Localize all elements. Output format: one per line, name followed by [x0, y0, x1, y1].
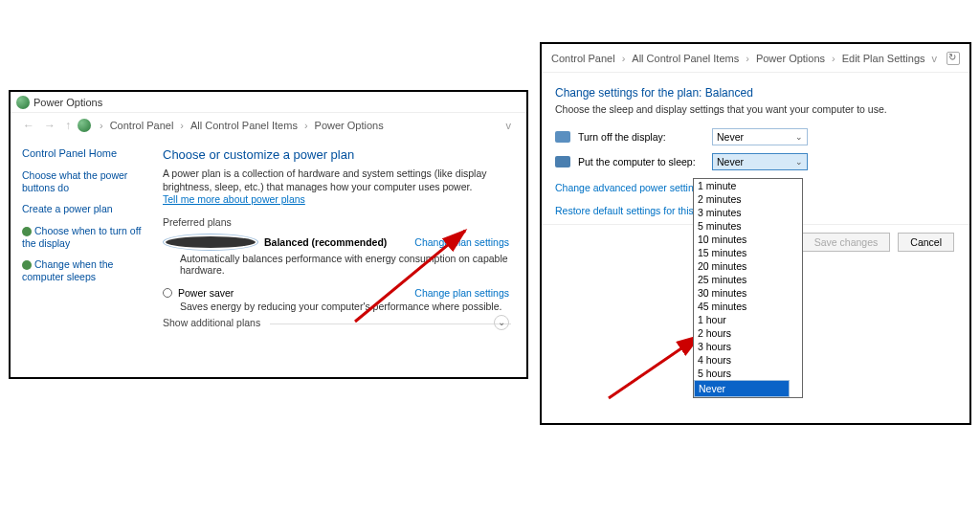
- chevron-down-icon[interactable]: v: [932, 53, 938, 64]
- display-row: Turn off the display: Never ⌄: [555, 128, 956, 145]
- opt-1h[interactable]: 1 hour: [694, 313, 802, 326]
- nav-back-icon[interactable]: ←: [20, 119, 37, 132]
- opt-20m[interactable]: 20 minutes: [694, 259, 802, 273]
- cp-icon: [78, 119, 91, 132]
- change-plan-link-balanced[interactable]: Change plan settings: [414, 236, 511, 248]
- power-options-icon: [16, 96, 30, 109]
- sidebar-turnoff[interactable]: Choose when to turn off the display: [22, 225, 153, 249]
- sleep-select[interactable]: Never ⌄: [712, 153, 808, 170]
- breadcrumb: Control Panel› All Control Panel Items› …: [542, 44, 969, 73]
- window-title: Power Options: [33, 97, 102, 108]
- radio-balanced[interactable]: [163, 234, 258, 251]
- dropdown-icon: ⌄: [793, 156, 805, 167]
- display-label: Turn off the display:: [578, 131, 712, 143]
- breadcrumb: ← → ↑ › Control Panel › All Control Pane…: [11, 113, 526, 138]
- monitor-icon: [555, 131, 570, 143]
- opt-30m[interactable]: 30 minutes: [694, 286, 802, 300]
- plan-balanced[interactable]: Balanced (recommended) Change plan setti…: [163, 234, 511, 276]
- opt-4h[interactable]: 4 hours: [694, 353, 802, 367]
- opt-never[interactable]: Never: [694, 380, 790, 397]
- sleep-row: Put the computer to sleep: Never ⌄: [555, 153, 956, 170]
- crumb-all[interactable]: All Control Panel Items: [632, 53, 739, 64]
- plan-saver[interactable]: Power saver Change plan settings Saves e…: [163, 287, 511, 312]
- main-content: Choose or customize a power plan A power…: [159, 138, 526, 334]
- opt-5m[interactable]: 5 minutes: [694, 219, 802, 233]
- opt-2h[interactable]: 2 hours: [694, 326, 802, 340]
- opt-25m[interactable]: 25 minutes: [694, 273, 802, 286]
- sidebar-create[interactable]: Create a power plan: [22, 203, 153, 215]
- dropdown-icon: ⌄: [793, 131, 805, 143]
- opt-45m[interactable]: 45 minutes: [694, 300, 802, 313]
- save-button[interactable]: Save changes: [802, 233, 891, 252]
- edit-plan-window: Control Panel› All Control Panel Items› …: [540, 42, 971, 425]
- additional-plans-label[interactable]: Show additional plans: [163, 317, 270, 328]
- plan-desc: Saves energy by reducing your computer's…: [180, 301, 511, 312]
- opt-10m[interactable]: 10 minutes: [694, 233, 802, 246]
- sidebar-buttons[interactable]: Choose what the power buttons do: [22, 169, 153, 193]
- display-icon: [22, 227, 32, 236]
- sep-icon: ›: [100, 120, 103, 131]
- opt-2m[interactable]: 2 minutes: [694, 192, 802, 206]
- crumb-po[interactable]: Power Options: [315, 120, 384, 131]
- power-options-window: Power Options ← → ↑ › Control Panel › Al…: [9, 90, 528, 379]
- page-desc: A power plan is a collection of hardware…: [163, 167, 488, 207]
- opt-5h[interactable]: 5 hours: [694, 367, 802, 380]
- sidebar: Control Panel Home Choose what the power…: [11, 138, 159, 334]
- titlebar: Power Options: [11, 92, 526, 113]
- sleep-label: Put the computer to sleep:: [578, 156, 712, 167]
- sidebar-sleep[interactable]: Change when the computer sleeps: [22, 258, 153, 282]
- plan-desc: Automatically balances performance with …: [180, 253, 511, 276]
- additional-plans-divider: Show additional plans ⌄: [163, 323, 511, 324]
- sidebar-home[interactable]: Control Panel Home: [22, 147, 153, 160]
- opt-1m[interactable]: 1 minute: [694, 179, 802, 192]
- plan-name: Balanced (recommended): [264, 236, 387, 248]
- page-title: Change settings for the plan: Balanced: [555, 86, 956, 100]
- svg-line-1: [609, 336, 700, 398]
- nav-up-icon[interactable]: ↑: [62, 119, 74, 132]
- chevron-down-icon[interactable]: v: [506, 120, 512, 131]
- opt-3h[interactable]: 3 hours: [694, 340, 802, 353]
- crumb-po[interactable]: Power Options: [756, 53, 825, 64]
- sleep-icon: [22, 260, 32, 270]
- refresh-icon[interactable]: [947, 52, 960, 65]
- change-plan-link-saver[interactable]: Change plan settings: [414, 287, 511, 299]
- crumb-all[interactable]: All Control Panel Items: [190, 120, 298, 131]
- opt-15m[interactable]: 15 minutes: [694, 246, 802, 259]
- crumb-edit[interactable]: Edit Plan Settings: [842, 53, 925, 64]
- learn-more-link[interactable]: Tell me more about power plans: [163, 193, 305, 205]
- preferred-label: Preferred plans: [163, 216, 511, 228]
- page-title: Choose or customize a power plan: [163, 147, 511, 162]
- nav-fwd-icon[interactable]: →: [41, 119, 58, 132]
- radio-saver[interactable]: [163, 288, 172, 298]
- display-select[interactable]: Never ⌄: [712, 128, 808, 145]
- cancel-button[interactable]: Cancel: [898, 233, 954, 252]
- crumb-cp[interactable]: Control Panel: [551, 53, 615, 64]
- crumb-cp[interactable]: Control Panel: [110, 120, 174, 131]
- opt-3m[interactable]: 3 minutes: [694, 206, 802, 219]
- expand-icon[interactable]: ⌄: [494, 315, 509, 330]
- plan-name: Power saver: [178, 287, 234, 299]
- sleep-icon: [555, 156, 570, 167]
- sleep-dropdown-list[interactable]: 1 minute 2 minutes 3 minutes 5 minutes 1…: [693, 178, 803, 398]
- page-subtitle: Choose the sleep and display settings th…: [555, 103, 956, 115]
